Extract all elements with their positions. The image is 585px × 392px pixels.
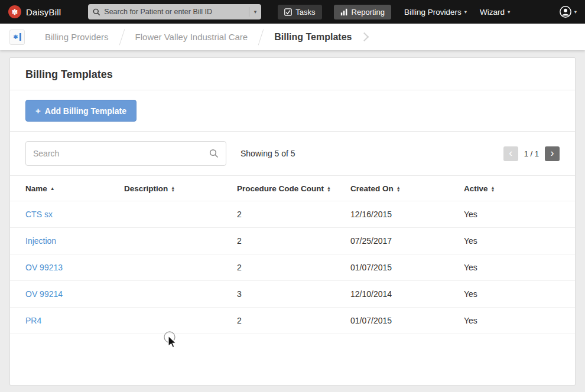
reporting-chart-icon xyxy=(340,8,348,16)
procedure-code-count-cell: 2 xyxy=(237,210,350,219)
search-dropdown-caret-icon[interactable]: ▾ xyxy=(249,7,257,17)
procedure-code-count-cell: 3 xyxy=(237,289,350,299)
previous-page-button[interactable]: ‹ xyxy=(503,146,518,161)
sort-icon: ▲ ▼ xyxy=(491,186,495,192)
created-on-cell: 12/10/2014 xyxy=(350,289,464,299)
column-label: Description xyxy=(124,184,168,193)
table-row: CTS sx 2 12/16/2015 Yes xyxy=(10,201,575,228)
active-cell: Yes xyxy=(464,316,575,325)
page-title: Billing Templates xyxy=(25,68,560,81)
breadcrumb-item-billing-templates: Billing Templates xyxy=(274,32,352,43)
wizard-label: Wizard xyxy=(480,8,505,17)
column-header-created-on[interactable]: Created On ▲ ▼ xyxy=(350,184,464,193)
table-row: OV 99214 3 12/10/2014 Yes xyxy=(10,281,575,308)
template-name-link[interactable]: OV 99214 xyxy=(25,289,124,299)
breadcrumb-arrow-icon xyxy=(360,32,369,42)
global-search[interactable]: ▾ xyxy=(88,4,261,19)
procedure-code-count-cell: 2 xyxy=(237,236,350,246)
chevron-down-icon: ▾ xyxy=(574,9,577,15)
breadcrumb: ✱ Billing Providers Flower Valley Indust… xyxy=(0,24,585,50)
billing-templates-card: Billing Templates + Add Billing Template… xyxy=(9,57,576,386)
plus-icon: + xyxy=(35,106,41,116)
template-name-link[interactable]: Injection xyxy=(25,236,124,246)
sort-ascending-icon: ▲ xyxy=(50,186,55,191)
column-label: Created On xyxy=(350,184,394,193)
created-on-cell: 01/07/2015 xyxy=(350,263,464,272)
active-cell: Yes xyxy=(464,210,575,219)
sort-icon: ▲ ▼ xyxy=(327,186,331,192)
sort-down-glyph: ▼ xyxy=(491,189,495,192)
top-navigation-bar: ✽ DaisyBill ▾ Tasks Reporting Billing Pr… xyxy=(0,0,585,24)
procedure-code-count-cell: 2 xyxy=(237,316,350,325)
actions-row: + Add Billing Template xyxy=(10,90,575,132)
breadcrumb-trail: Billing Providers Flower Valley Industri… xyxy=(45,29,368,45)
global-search-input[interactable] xyxy=(104,8,246,16)
sort-down-glyph: ▼ xyxy=(396,189,401,192)
brand-name: DaisyBill xyxy=(26,7,61,17)
chevron-down-icon: ▾ xyxy=(508,9,510,15)
template-name-link[interactable]: PR4 xyxy=(25,316,124,325)
billing-providers-menu[interactable]: Billing Providers ▾ xyxy=(404,8,467,17)
provider-logo[interactable]: ✱ xyxy=(9,30,25,45)
column-label: Name xyxy=(25,184,47,193)
sort-icon: ▲ ▼ xyxy=(171,186,175,192)
created-on-cell: 01/07/2015 xyxy=(350,316,464,325)
created-on-cell: 07/25/2017 xyxy=(350,236,464,246)
procedure-code-count-cell: 2 xyxy=(237,263,350,272)
reporting-button[interactable]: Reporting xyxy=(334,5,391,19)
breadcrumb-separator xyxy=(258,29,264,45)
table-header-row: Name ▲ Description ▲ ▼ Procedure Code Co… xyxy=(10,176,575,201)
table-row: PR4 2 01/07/2015 Yes xyxy=(10,308,575,334)
chevron-down-icon: ▾ xyxy=(464,9,467,15)
column-header-name[interactable]: Name ▲ xyxy=(25,184,124,193)
daisybill-logo-icon: ✽ xyxy=(8,5,21,18)
search-icon xyxy=(209,149,219,158)
main-content: Billing Templates + Add Billing Template… xyxy=(0,50,585,392)
column-header-procedure-code-count[interactable]: Procedure Code Count ▲ ▼ xyxy=(237,184,350,193)
column-header-description[interactable]: Description ▲ ▼ xyxy=(124,184,237,193)
tasks-button[interactable]: Tasks xyxy=(278,5,321,19)
daisy-flower-glyph: ✽ xyxy=(12,8,18,17)
column-label: Procedure Code Count xyxy=(237,184,324,193)
column-header-active[interactable]: Active ▲ ▼ xyxy=(464,184,575,193)
table-row: Injection 2 07/25/2017 Yes xyxy=(10,228,575,254)
page-indicator: 1 / 1 xyxy=(524,149,539,158)
sort-down-glyph: ▼ xyxy=(171,189,175,192)
sort-down-glyph: ▼ xyxy=(327,189,331,192)
table-search[interactable] xyxy=(25,141,226,166)
wizard-menu[interactable]: Wizard ▾ xyxy=(480,8,510,17)
search-icon xyxy=(93,8,100,16)
billing-providers-label: Billing Providers xyxy=(404,8,462,17)
breadcrumb-item-billing-providers[interactable]: Billing Providers xyxy=(45,32,109,42)
created-on-cell: 12/16/2015 xyxy=(350,210,464,219)
breadcrumb-separator xyxy=(119,29,125,45)
tasks-check-icon xyxy=(284,8,292,16)
active-cell: Yes xyxy=(464,263,575,272)
next-page-button[interactable]: › xyxy=(545,146,560,161)
table-toolbar: Showing 5 of 5 ‹ 1 / 1 › xyxy=(10,132,575,176)
provider-logo-star-icon: ✱ xyxy=(13,34,18,40)
tasks-label: Tasks xyxy=(295,8,315,17)
active-cell: Yes xyxy=(464,236,575,246)
template-name-link[interactable]: CTS sx xyxy=(25,210,124,219)
reporting-label: Reporting xyxy=(352,8,385,17)
pagination: ‹ 1 / 1 › xyxy=(503,146,560,161)
add-billing-template-button[interactable]: + Add Billing Template xyxy=(25,100,136,122)
provider-logo-bar-icon xyxy=(20,33,21,41)
sort-icon: ▲ ▼ xyxy=(396,186,401,192)
table-row: OV 99213 2 01/07/2015 Yes xyxy=(10,254,575,281)
card-header: Billing Templates xyxy=(10,58,575,90)
column-label: Active xyxy=(464,184,488,193)
template-name-link[interactable]: OV 99213 xyxy=(25,263,124,272)
user-account-menu[interactable]: ▾ xyxy=(559,5,577,18)
table-search-input[interactable] xyxy=(33,149,209,158)
add-billing-template-label: Add Billing Template xyxy=(45,106,126,116)
showing-count: Showing 5 of 5 xyxy=(240,149,295,158)
active-cell: Yes xyxy=(464,289,575,299)
user-avatar-icon xyxy=(559,5,572,18)
breadcrumb-item-flower-valley[interactable]: Flower Valley Industrial Care xyxy=(135,32,248,42)
